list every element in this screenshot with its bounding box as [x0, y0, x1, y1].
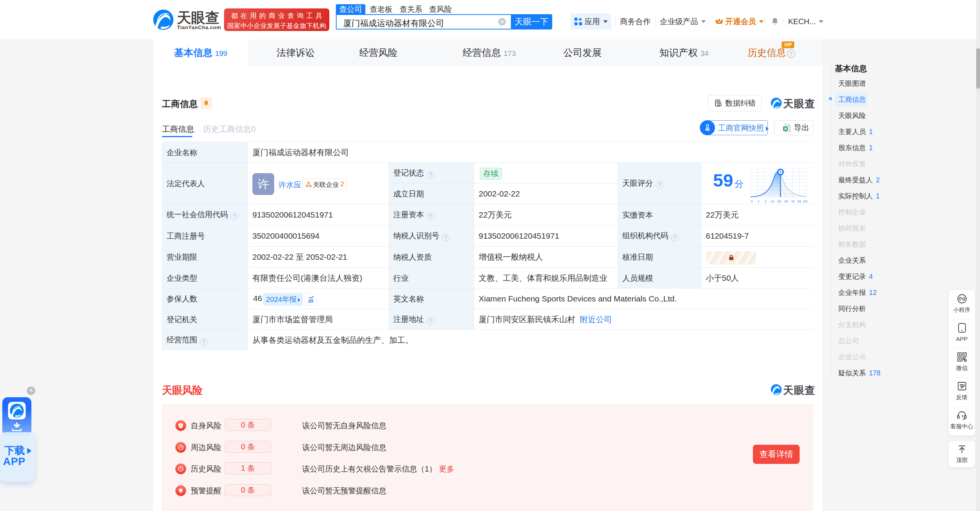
- svg-text:99: 99: [797, 200, 801, 203]
- svg-text:3: 3: [764, 200, 766, 203]
- svg-text:100: 100: [802, 200, 808, 203]
- svg-text:97: 97: [791, 200, 795, 203]
- svg-text:0: 0: [751, 200, 753, 203]
- svg-text:85: 85: [784, 200, 788, 203]
- svg-text:50: 50: [777, 200, 781, 203]
- svg-text:15: 15: [771, 200, 774, 203]
- svg-text:1: 1: [757, 200, 759, 203]
